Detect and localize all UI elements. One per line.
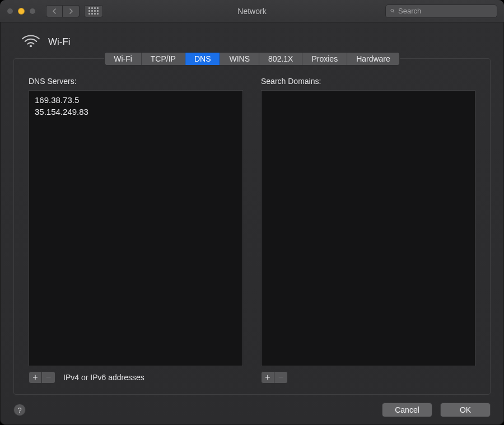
- search-field[interactable]: [385, 4, 497, 18]
- search-domains-add-button[interactable]: +: [261, 371, 274, 384]
- tab-802-1x[interactable]: 802.1X: [259, 53, 302, 65]
- help-button[interactable]: ?: [13, 404, 26, 416]
- footer: ? Cancel OK: [13, 403, 491, 417]
- dns-server-row[interactable]: 169.38.73.5: [35, 94, 237, 106]
- nav-buttons: [46, 5, 80, 17]
- tab-tcp-ip[interactable]: TCP/IP: [142, 53, 185, 65]
- search-icon: [390, 7, 395, 15]
- ok-button[interactable]: OK: [440, 403, 491, 417]
- search-domains-remove-button[interactable]: −: [274, 371, 288, 384]
- chevron-left-icon: [52, 8, 57, 14]
- dns-hint: IPv4 or IPv6 addresses: [63, 373, 144, 382]
- tab-hardware[interactable]: Hardware: [347, 53, 399, 65]
- tab-dns[interactable]: DNS: [185, 53, 221, 65]
- search-domains-label: Search Domains:: [261, 77, 475, 86]
- dns-server-row[interactable]: 35.154.249.83: [35, 106, 237, 118]
- dns-remove-button[interactable]: −: [42, 371, 55, 384]
- search-input[interactable]: [398, 7, 492, 15]
- header-row: Wi-Fi: [13, 34, 491, 50]
- dns-servers-label: DNS Servers:: [29, 77, 243, 86]
- body: Wi-Fi Wi-FiTCP/IPDNSWINS802.1XProxiesHar…: [0, 22, 504, 425]
- zoom-window-button[interactable]: [29, 8, 36, 15]
- dns-servers-column: DNS Servers: 169.38.73.535.154.249.83 + …: [29, 77, 243, 384]
- dns-add-button[interactable]: +: [29, 371, 42, 384]
- dns-pm-group: + −: [29, 371, 55, 384]
- show-all-button[interactable]: [84, 5, 103, 17]
- tab-wins[interactable]: WINS: [221, 53, 260, 65]
- grid-icon: [88, 7, 99, 15]
- chevron-right-icon: [68, 8, 74, 14]
- tab-proxies[interactable]: Proxies: [302, 53, 347, 65]
- tab-wi-fi[interactable]: Wi-Fi: [105, 53, 142, 65]
- page-title: Wi-Fi: [48, 36, 71, 48]
- forward-button[interactable]: [63, 5, 80, 17]
- dns-servers-list[interactable]: 169.38.73.535.154.249.83: [29, 90, 243, 366]
- columns: DNS Servers: 169.38.73.535.154.249.83 + …: [29, 77, 475, 384]
- tabs-panel: Wi-FiTCP/IPDNSWINS802.1XProxiesHardware …: [13, 58, 491, 395]
- dns-controls: + − IPv4 or IPv6 addresses: [29, 371, 243, 384]
- titlebar: Network: [0, 0, 504, 22]
- minimize-window-button[interactable]: [18, 8, 25, 15]
- tabs: Wi-FiTCP/IPDNSWINS802.1XProxiesHardware: [104, 52, 400, 66]
- back-button[interactable]: [46, 5, 63, 17]
- search-domains-pm-group: + −: [261, 371, 288, 384]
- search-domains-column: Search Domains: + −: [261, 77, 475, 384]
- svg-point-0: [30, 45, 32, 47]
- search-domains-controls: + −: [261, 371, 475, 384]
- cancel-button[interactable]: Cancel: [382, 403, 432, 417]
- wifi-icon: [21, 34, 40, 50]
- window-controls: [7, 8, 36, 15]
- search-domains-list[interactable]: [261, 90, 475, 366]
- network-window: Network Wi-Fi Wi-FiTCP/IPDNSWINS802.1XPr…: [0, 0, 504, 425]
- close-window-button[interactable]: [7, 8, 13, 15]
